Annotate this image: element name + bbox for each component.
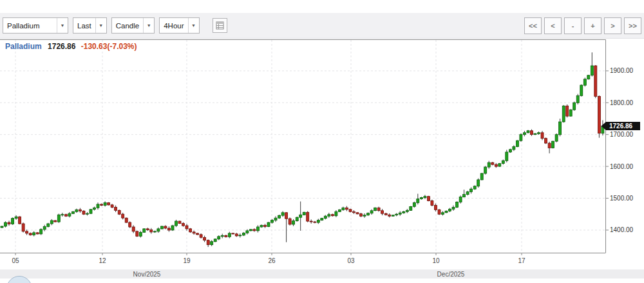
interval-dropdown-value: 4Hour — [160, 22, 187, 30]
step-backward-button[interactable]: < — [544, 17, 562, 34]
step-forward-button[interactable]: > — [604, 17, 621, 34]
svg-text:1700.00: 1700.00 — [610, 131, 634, 138]
svg-text:1500.00: 1500.00 — [610, 195, 634, 202]
price-chart[interactable]: Palladium 1726.86 -130.63(-7.03%) 1400.0… — [0, 39, 644, 283]
fast-backward-button[interactable]: << — [524, 17, 542, 34]
price-field-dropdown[interactable]: Last ▼ — [73, 17, 107, 34]
svg-text:26: 26 — [268, 257, 276, 264]
svg-text:03: 03 — [347, 257, 355, 264]
svg-text:1900.00: 1900.00 — [610, 67, 634, 74]
chart-change-label: -130.63(-7.03%) — [81, 42, 137, 51]
chart-style-dropdown[interactable]: Candle ▼ — [111, 17, 155, 34]
svg-text:Nov/2025: Nov/2025 — [133, 271, 161, 278]
chevron-down-icon: ▼ — [143, 18, 154, 33]
chart-last-price: 1726.86 — [48, 42, 75, 51]
svg-text:19: 19 — [183, 257, 191, 264]
data-table-button[interactable] — [213, 18, 227, 33]
zoom-in-button[interactable]: + — [584, 17, 601, 34]
chevron-down-icon: ▼ — [95, 18, 106, 33]
price-field-dropdown-value: Last — [73, 22, 95, 30]
svg-text:05: 05 — [12, 257, 19, 264]
chart-symbol-label: Palladium — [5, 42, 42, 51]
chevron-down-icon: ▼ — [57, 18, 68, 33]
svg-text:1800.00: 1800.00 — [610, 99, 634, 106]
zoom-out-button[interactable]: - — [564, 17, 582, 34]
chart-toolbar: Palladium ▼ Last ▼ Candle ▼ 4Hour ▼ << < — [0, 13, 644, 39]
toolbar-nav-group: << < - + > >> — [522, 17, 641, 34]
chart-legend: Palladium 1726.86 -130.63(-7.03%) — [5, 42, 137, 51]
svg-text:1600.00: 1600.00 — [610, 163, 634, 170]
chart-style-dropdown-value: Candle — [112, 22, 143, 30]
candlestick-plot[interactable]: 1400.001500.001600.001700.001800.001900.… — [0, 39, 644, 283]
symbol-dropdown[interactable]: Palladium ▼ — [3, 17, 68, 34]
svg-text:17: 17 — [518, 257, 526, 264]
toolbar-left-group: Palladium ▼ Last ▼ Candle ▼ 4Hour ▼ — [3, 17, 227, 34]
svg-text:10: 10 — [432, 257, 440, 264]
chevron-down-icon: ▼ — [188, 18, 199, 33]
svg-text:1726.86: 1726.86 — [609, 122, 633, 130]
svg-text:Dec/2025: Dec/2025 — [437, 271, 465, 278]
interval-dropdown[interactable]: 4Hour ▼ — [159, 17, 199, 34]
data-table-icon — [216, 21, 224, 30]
svg-text:12: 12 — [99, 257, 106, 264]
symbol-dropdown-value: Palladium — [3, 22, 57, 30]
fast-forward-button[interactable]: >> — [624, 17, 641, 34]
svg-text:1400.00: 1400.00 — [610, 226, 634, 233]
